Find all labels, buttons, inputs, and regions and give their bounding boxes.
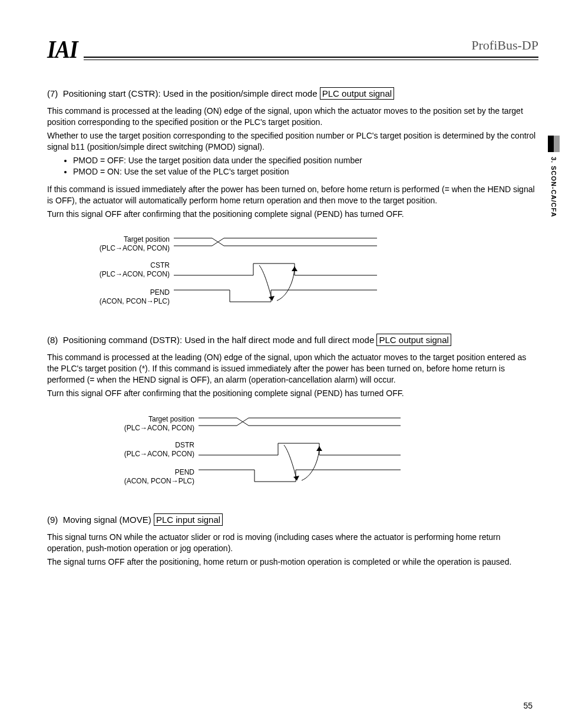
svg-marker-6: [269, 296, 275, 301]
svg-marker-14: [293, 476, 299, 480]
section-number: (8): [47, 335, 58, 345]
header-rule: [84, 57, 538, 60]
paragraph: Turn this signal OFF after confirming th…: [47, 209, 538, 220]
diagram-label: (ACON, PCON→PLC): [124, 477, 194, 485]
diagram-label: PEND: [175, 468, 195, 476]
signal-type-badge: PLC output signal: [376, 334, 451, 346]
section-9-heading: (9) Moving signal (MOVE) PLC input signa…: [47, 513, 538, 526]
diagram-label: CSTR: [150, 261, 170, 269]
list-item: PMOD = OFF: Use the target position data…: [73, 155, 538, 167]
signal-type-badge: PLC output signal: [320, 87, 394, 100]
paragraph: If this command is issued immediately af…: [47, 184, 538, 206]
diagram-label: (PLC→ACON, PCON): [124, 424, 194, 432]
chapter-tab-label: 3. SCON-CA/CFA: [550, 157, 557, 218]
brand-label: ProfiBus-DP: [471, 38, 538, 53]
section-8-heading: (8) Positioning command (DSTR): Used in …: [47, 334, 538, 346]
section-number: (9): [47, 515, 58, 525]
paragraph: The signal turns OFF after the positioni…: [47, 556, 538, 568]
diagram-label: Target position: [148, 415, 194, 423]
page-header: IAI ProfiBus-DP: [47, 35, 538, 64]
page-number: 55: [523, 701, 533, 710]
section-title: Moving signal (MOVE): [63, 515, 151, 525]
diagram-label: PEND: [150, 288, 170, 297]
logo: IAI: [47, 35, 78, 64]
signal-type-badge: PLC input signal: [154, 513, 223, 526]
paragraph: This signal turns ON while the actuator …: [47, 532, 538, 554]
paragraph: Turn this signal OFF after confirming th…: [47, 388, 538, 399]
paragraph: Whether to use the target position corre…: [47, 130, 538, 153]
timing-diagram-cstr: Target position (PLC→ACON, PCON) CSTR (P…: [82, 231, 538, 316]
chapter-tab: 3. SCON-CA/CFA: [546, 136, 562, 218]
diagram-label: (PLC→ACON, PCON): [124, 450, 194, 458]
paragraph: This command is processed at the leading…: [47, 106, 538, 128]
svg-marker-7: [292, 266, 297, 271]
section-7-heading: (7) Positioning start (CSTR): Used in th…: [47, 87, 538, 100]
list-item: PMOD = ON: Use the set value of the PLC'…: [73, 166, 538, 178]
paragraph: This command is processed at the leading…: [47, 352, 538, 386]
section-number: (7): [47, 88, 58, 98]
timing-diagram-dstr: Target position (PLC→ACON, PCON) DSTR (P…: [82, 411, 538, 496]
section-title: Positioning start (CSTR): Used in the po…: [63, 88, 318, 98]
section-title: Positioning command (DSTR): Used in the …: [63, 335, 375, 345]
diagram-label: (PLC→ACON, PCON): [100, 270, 170, 278]
diagram-label: DSTR: [175, 441, 194, 449]
diagram-label: (ACON, PCON→PLC): [100, 297, 170, 305]
bullet-list: PMOD = OFF: Use the target position data…: [65, 155, 538, 178]
diagram-label: (PLC→ACON, PCON): [100, 244, 170, 252]
diagram-label: Target position: [124, 235, 170, 243]
svg-marker-15: [316, 446, 322, 451]
